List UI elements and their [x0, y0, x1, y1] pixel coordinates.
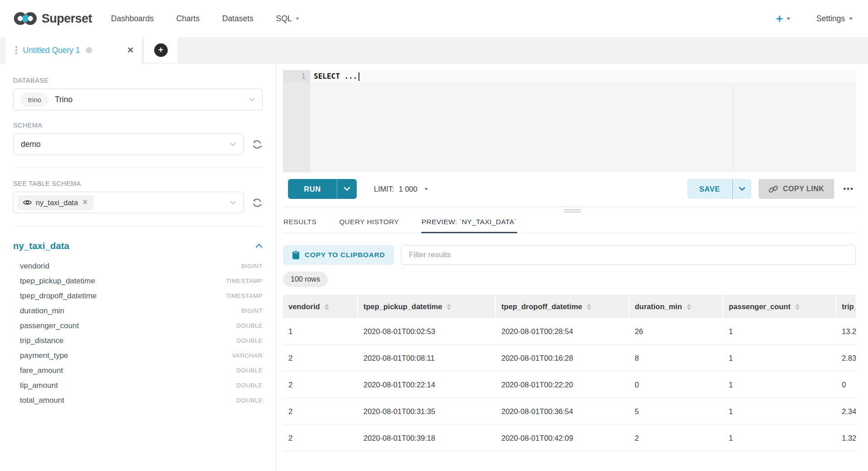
table-schema-header[interactable]: ny_taxi_data	[13, 240, 263, 251]
sort-icon[interactable]	[795, 304, 800, 311]
new-menu-button[interactable]: +	[776, 13, 790, 24]
table-cell: 2020-08-01T00:42:09	[496, 425, 629, 452]
pane-resize-handle[interactable]	[564, 209, 581, 212]
drag-handle-icon[interactable]	[15, 46, 17, 54]
table-cell: 2	[283, 345, 358, 372]
query-status-dot	[86, 47, 92, 53]
refresh-schema-icon[interactable]	[251, 139, 263, 150]
copy-link-button[interactable]: COPY LINK	[759, 179, 834, 199]
sort-icon[interactable]	[687, 304, 691, 311]
line-number: 1	[283, 70, 310, 83]
schema-column-row[interactable]: total_amountDOUBLE	[13, 393, 263, 408]
chevron-down-icon	[787, 18, 790, 20]
run-options-button[interactable]	[337, 179, 357, 199]
sql-editor[interactable]: 1 SELECT ...	[283, 70, 856, 172]
settings-menu[interactable]: Settings	[816, 14, 853, 24]
column-name: vendorid	[20, 262, 49, 271]
column-name: payment_type	[20, 351, 68, 360]
brand-name: Superset	[42, 12, 92, 26]
sort-icon[interactable]	[325, 304, 329, 311]
table-cell: 2020-08-01T00:28:54	[496, 318, 629, 345]
query-tab-bar: Untitled Query 1 ✕ +	[0, 37, 868, 63]
run-button[interactable]: RUN	[288, 179, 337, 199]
results-table-wrap: vendoridtpep_pickup_datetimetpep_dropoff…	[283, 295, 856, 452]
results-table: vendoridtpep_pickup_datetimetpep_dropoff…	[283, 295, 856, 452]
add-tab-button[interactable]: +	[154, 43, 168, 57]
column-type: TIMESTAMP	[226, 278, 263, 284]
eye-icon	[23, 199, 32, 206]
column-header-trip_distance[interactable]: trip_distance	[836, 295, 856, 318]
column-header-tpep_dropoff_datetime[interactable]: tpep_dropoff_datetime	[496, 295, 629, 318]
table-cell: 0	[836, 372, 856, 398]
schema-column-row[interactable]: tpep_pickup_datetimeTIMESTAMP	[13, 273, 263, 288]
column-header-label: vendorid	[288, 302, 320, 311]
chevron-up-icon[interactable]	[255, 244, 263, 248]
divider	[13, 167, 263, 168]
table-cell: 1	[283, 318, 358, 345]
table-select[interactable]: ny_taxi_data ✕	[13, 192, 244, 213]
tab-untitled-query-1[interactable]: Untitled Query 1 ✕	[5, 37, 142, 63]
schema-column-row[interactable]: duration_minBIGINT	[13, 303, 263, 318]
schema-column-row[interactable]: fare_amountDOUBLE	[13, 363, 263, 378]
nav-item-charts[interactable]: Charts	[176, 14, 200, 24]
schema-column-row[interactable]: tip_amountDOUBLE	[13, 378, 263, 393]
sort-icon[interactable]	[447, 304, 451, 311]
nav-item-sql[interactable]: SQL	[276, 14, 299, 24]
superset-brand[interactable]: Superset	[14, 10, 92, 27]
schema-select[interactable]: demo	[13, 133, 244, 155]
schema-column-row[interactable]: tpep_dropoff_datetimeTIMESTAMP	[13, 288, 263, 303]
nav-item-dashboards[interactable]: Dashboards	[111, 14, 154, 24]
database-value: Trino	[55, 95, 72, 104]
column-type: DOUBLE	[236, 382, 263, 389]
column-header-label: duration_min	[635, 302, 682, 311]
save-options-button[interactable]	[732, 179, 751, 199]
table-cell: 0	[629, 372, 723, 398]
tab-query-history[interactable]: QUERY HISTORY	[339, 214, 399, 233]
filter-results-input[interactable]	[401, 245, 856, 265]
table-cell: 13.2	[836, 318, 856, 345]
table-cell: 2	[629, 425, 723, 452]
column-header-vendorid[interactable]: vendorid	[283, 295, 358, 318]
table-cell: 1	[723, 345, 836, 372]
schema-column-row[interactable]: vendoridBIGINT	[13, 259, 263, 273]
table-cell: 2020-08-01T00:22:20	[496, 372, 629, 398]
column-type: DOUBLE	[236, 367, 263, 374]
schema-column-row[interactable]: payment_typeVARCHAR	[13, 348, 263, 363]
sql-code-text: SELECT ...	[314, 70, 357, 83]
chevron-down-icon	[230, 142, 236, 146]
column-type: BIGINT	[241, 263, 263, 269]
tab-preview[interactable]: PREVIEW: `NY_TAXI_DATA`	[421, 214, 517, 233]
database-type-pill: trino	[21, 93, 48, 106]
limit-dropdown[interactable]: LIMIT: 1 000	[374, 185, 428, 193]
column-header-duration_min[interactable]: duration_min	[629, 295, 723, 318]
table-cell: 5	[629, 398, 723, 425]
table-row: 22020-08-01T00:22:142020-08-01T00:22:200…	[283, 372, 856, 398]
chevron-down-icon	[296, 18, 299, 20]
table-row: 22020-08-01T00:31:352020-08-01T00:36:545…	[283, 398, 856, 425]
column-header-tpep_pickup_datetime[interactable]: tpep_pickup_datetime	[358, 295, 496, 318]
more-menu-button[interactable]: •••	[841, 184, 856, 193]
south-pane-tabs: RESULTSQUERY HISTORYPREVIEW: `NY_TAXI_DA…	[283, 214, 856, 233]
schema-column-row[interactable]: passenger_countDOUBLE	[13, 318, 263, 333]
database-select[interactable]: trino Trino	[13, 89, 263, 110]
column-name: tip_amount	[20, 381, 58, 390]
table-cell: 2020-08-01T00:31:35	[358, 398, 496, 425]
table-cell: 2	[283, 398, 358, 425]
table-cell: 2020-08-01T00:22:14	[358, 372, 496, 398]
nav-item-datasets[interactable]: Datasets	[222, 14, 253, 24]
top-navbar: Superset DashboardsChartsDatasetsSQL + S…	[0, 0, 868, 37]
copy-to-clipboard-button[interactable]: COPY TO CLIPBOARD	[283, 245, 394, 265]
column-header-label: passenger_count	[729, 302, 791, 311]
close-tab-icon[interactable]: ✕	[127, 46, 134, 54]
schema-column-row[interactable]: trip_distanceDOUBLE	[13, 333, 263, 348]
column-type: BIGINT	[241, 307, 263, 314]
column-header-passenger_count[interactable]: passenger_count	[723, 295, 836, 318]
sort-icon[interactable]	[587, 304, 591, 311]
selected-table-tag: ny_taxi_data ✕	[18, 195, 94, 210]
tab-results[interactable]: RESULTS	[283, 214, 317, 233]
refresh-tables-icon[interactable]	[251, 197, 263, 208]
column-name: tpep_dropoff_datetime	[20, 292, 97, 301]
remove-table-icon[interactable]: ✕	[82, 199, 88, 206]
table-cell: 26	[629, 318, 723, 345]
save-button[interactable]: SAVE	[687, 179, 732, 199]
